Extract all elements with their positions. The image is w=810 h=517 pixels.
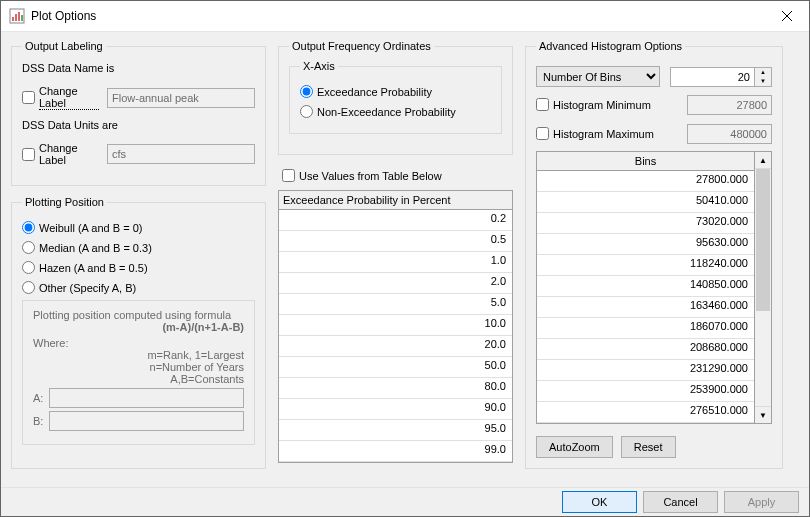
window-title: Plot Options [31, 9, 764, 23]
legend-n: n=Number of Years [33, 361, 244, 373]
table-row[interactable]: 208680.000 [537, 339, 754, 360]
table-row[interactable]: 0.5 [279, 231, 512, 252]
table-row[interactable]: 253900.000 [537, 381, 754, 402]
formula-box: Plotting position computed using formula… [22, 300, 255, 445]
table-row[interactable]: 80.0 [279, 378, 512, 399]
table-row[interactable]: 5.0 [279, 294, 512, 315]
hist-min-checkbox[interactable]: Histogram Minimum [536, 96, 677, 113]
svg-rect-3 [18, 12, 20, 21]
table-row[interactable]: 276510.000 [537, 402, 754, 423]
spin-up-icon[interactable]: ▲ [755, 68, 771, 77]
table-row[interactable]: 50410.000 [537, 192, 754, 213]
a-input [49, 388, 244, 408]
table-row[interactable]: 118240.000 [537, 255, 754, 276]
formula-intro: Plotting position computed using formula [33, 309, 244, 321]
bins-table[interactable]: Bins 27800.00050410.00073020.00095630.00… [536, 151, 755, 424]
x-axis-group: X-Axis Exceedance Probability Non-Exceed… [289, 60, 502, 134]
table-row[interactable]: 186070.000 [537, 318, 754, 339]
reset-button[interactable]: Reset [621, 436, 676, 458]
dialog-footer: OK Cancel Apply [1, 487, 809, 516]
dialog-body: Output Labeling DSS Data Name is Change … [1, 32, 809, 487]
bins-header: Bins [537, 152, 754, 171]
plotting-position-legend: Plotting Position [22, 196, 107, 208]
table-row[interactable]: 231290.000 [537, 360, 754, 381]
table-row[interactable]: 27800.000 [537, 171, 754, 192]
output-frequency-group: Output Frequency Ordinates X-Axis Exceed… [278, 40, 513, 155]
advanced-histogram-legend: Advanced Histogram Options [536, 40, 685, 52]
apply-button[interactable]: Apply [724, 491, 799, 513]
table-row[interactable]: 140850.000 [537, 276, 754, 297]
ok-button[interactable]: OK [562, 491, 637, 513]
plot-options-dialog: Plot Options Output Labeling DSS Data Na… [0, 0, 810, 517]
output-labeling-legend: Output Labeling [22, 40, 106, 52]
change-label-units[interactable]: Change Label [22, 140, 99, 168]
hist-min-input [687, 95, 772, 115]
radio-median[interactable]: Median (A and B = 0.3) [22, 239, 255, 256]
scroll-thumb[interactable] [756, 169, 770, 311]
table-row[interactable]: 10.0 [279, 315, 512, 336]
svg-rect-1 [12, 17, 14, 21]
advanced-histogram-group: Advanced Histogram Options Number Of Bin… [525, 40, 783, 469]
bins-scrollbar[interactable]: ▲ ▼ [755, 151, 772, 424]
table-row[interactable]: 163460.000 [537, 297, 754, 318]
bins-mode-select[interactable]: Number Of Bins [536, 66, 660, 87]
radio-weibull[interactable]: Weibull (A and B = 0) [22, 219, 255, 236]
table-row[interactable]: 50.0 [279, 357, 512, 378]
plotting-position-group: Plotting Position Weibull (A and B = 0) … [11, 196, 266, 469]
radio-other[interactable]: Other (Specify A, B) [22, 279, 255, 296]
exceedance-table[interactable]: Exceedance Probability in Percent 0.20.5… [278, 190, 513, 463]
radio-hazen[interactable]: Hazen (A and B = 0.5) [22, 259, 255, 276]
dss-name-input [107, 88, 255, 108]
table-row[interactable]: 95.0 [279, 420, 512, 441]
a-label: A: [33, 392, 43, 404]
scroll-down-icon[interactable]: ▼ [755, 406, 771, 423]
svg-rect-2 [15, 14, 17, 21]
legend-ab: A,B=Constants [33, 373, 244, 385]
table-row[interactable]: 1.0 [279, 252, 512, 273]
table-row[interactable]: 73020.000 [537, 213, 754, 234]
radio-exceedance[interactable]: Exceedance Probability [300, 83, 491, 100]
hist-max-input [687, 124, 772, 144]
table-row[interactable]: 95630.000 [537, 234, 754, 255]
x-axis-legend: X-Axis [300, 60, 338, 72]
dss-units-label: DSS Data Units are [22, 119, 255, 131]
svg-rect-4 [21, 15, 23, 21]
table-row[interactable]: 90.0 [279, 399, 512, 420]
scroll-up-icon[interactable]: ▲ [755, 152, 771, 169]
exceedance-header: Exceedance Probability in Percent [279, 191, 512, 210]
radio-non-exceedance[interactable]: Non-Exceedance Probability [300, 103, 491, 120]
autozoom-button[interactable]: AutoZoom [536, 436, 613, 458]
output-labeling-group: Output Labeling DSS Data Name is Change … [11, 40, 266, 186]
b-label: B: [33, 415, 43, 427]
hist-max-checkbox[interactable]: Histogram Maximum [536, 125, 677, 142]
formula-text: (m-A)/(n+1-A-B) [162, 321, 244, 333]
b-input [49, 411, 244, 431]
change-label-name[interactable]: Change Label [22, 83, 99, 112]
table-row[interactable]: 2.0 [279, 273, 512, 294]
cancel-button[interactable]: Cancel [643, 491, 718, 513]
bins-spinner[interactable]: ▲▼ [670, 67, 772, 87]
dss-units-input [107, 144, 255, 164]
titlebar: Plot Options [1, 1, 809, 32]
table-row[interactable]: 20.0 [279, 336, 512, 357]
spin-down-icon[interactable]: ▼ [755, 77, 771, 86]
legend-m: m=Rank, 1=Largest [33, 349, 244, 361]
bins-count-input[interactable] [670, 67, 755, 87]
app-icon [9, 8, 25, 24]
use-values-checkbox[interactable]: Use Values from Table Below [282, 167, 513, 184]
dss-name-label: DSS Data Name is [22, 62, 255, 74]
output-frequency-legend: Output Frequency Ordinates [289, 40, 434, 52]
table-row[interactable]: 0.2 [279, 210, 512, 231]
where-label: Where: [33, 337, 244, 349]
close-button[interactable] [764, 1, 809, 31]
table-row[interactable]: 99.0 [279, 441, 512, 462]
